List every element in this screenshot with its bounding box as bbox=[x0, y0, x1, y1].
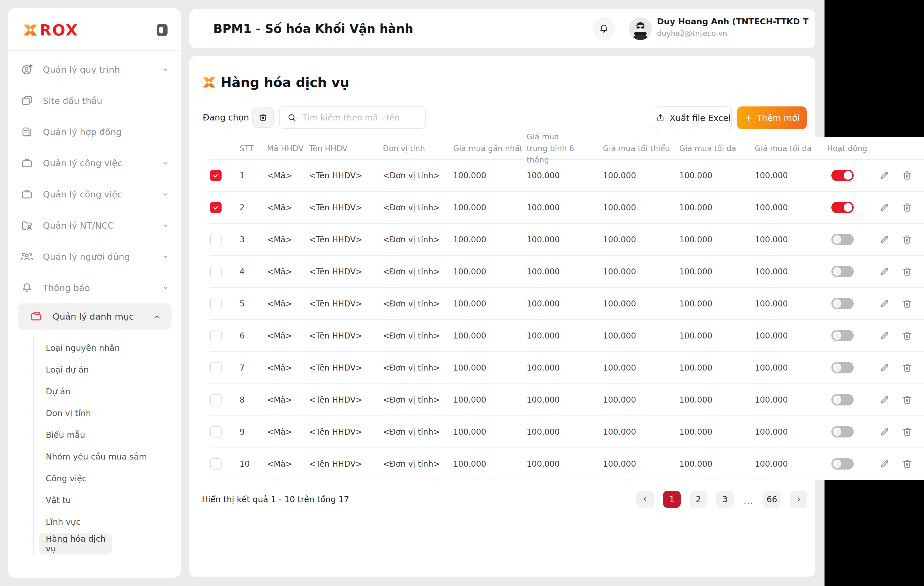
avatar[interactable] bbox=[629, 17, 652, 40]
sidebar-item-quan-ly-danh-muc[interactable]: Quản lý danh mục bbox=[18, 303, 172, 330]
bulk-delete-button[interactable] bbox=[252, 107, 274, 128]
active-toggle[interactable] bbox=[832, 362, 854, 373]
cell-stt: 6 bbox=[239, 320, 267, 351]
row-checkbox[interactable] bbox=[210, 330, 221, 341]
sidebar-item[interactable]: Quản lý công việc bbox=[8, 179, 181, 210]
delete-button[interactable] bbox=[901, 458, 913, 470]
add-new-button[interactable]: Thêm mới bbox=[737, 106, 807, 129]
cell-ten-hhdv: <Tên HHDV> bbox=[309, 416, 383, 447]
toggle-knob bbox=[844, 171, 852, 180]
cards-icon bbox=[21, 94, 33, 107]
delete-button[interactable] bbox=[901, 170, 913, 181]
row-checkbox[interactable] bbox=[210, 458, 221, 470]
search-input[interactable] bbox=[302, 113, 426, 123]
users-icon bbox=[21, 250, 33, 263]
chevron-down-icon bbox=[161, 283, 170, 292]
notifications-button[interactable] bbox=[592, 17, 615, 40]
sidebar-subitem[interactable]: Vật tư bbox=[8, 489, 181, 511]
edit-button[interactable] bbox=[879, 266, 890, 277]
sidebar-item[interactable]: Quản lý NT/NCC bbox=[8, 210, 181, 241]
page-button[interactable]: 66 bbox=[763, 491, 781, 508]
pagination-prev-button[interactable] bbox=[636, 491, 654, 508]
toggle-knob bbox=[833, 396, 842, 404]
sidebar-subitem[interactable]: Công việc bbox=[8, 468, 181, 489]
cell-don-vi-tinh: <Đơn vị tính> bbox=[383, 160, 453, 191]
sidebar-item[interactable]: Thông báo bbox=[8, 272, 181, 303]
row-checkbox[interactable] bbox=[210, 298, 221, 309]
edit-button[interactable] bbox=[879, 170, 890, 181]
delete-button[interactable] bbox=[901, 362, 913, 373]
pencil-icon bbox=[879, 234, 890, 245]
row-checkbox[interactable] bbox=[210, 362, 221, 373]
edit-button[interactable] bbox=[879, 202, 890, 213]
sidebar-item[interactable]: Quản lý hợp đồng bbox=[8, 116, 181, 147]
sidebar-item-label: Site đấu thầu bbox=[43, 96, 161, 106]
table-header-row: STTMã HHDVTên HHDVĐơn vị tínhGiá mua gần… bbox=[210, 131, 924, 160]
edit-button[interactable] bbox=[879, 394, 890, 406]
edit-button[interactable] bbox=[879, 458, 890, 470]
sidebar-subitem[interactable]: Đơn vị tính bbox=[8, 402, 181, 424]
table-row: 3 <Mã> <Tên HHDV> <Đơn vị tính> 100.000 … bbox=[210, 224, 924, 256]
sidebar-subitem-label: Vật tư bbox=[46, 495, 71, 505]
folder-icon bbox=[30, 310, 43, 323]
active-toggle[interactable] bbox=[832, 298, 854, 309]
sidebar-subitem[interactable]: Biểu mẫu bbox=[8, 424, 181, 446]
cell-gia-mua-toi-thieu: 100.000 bbox=[603, 256, 679, 287]
sidebar-collapse-icon bbox=[159, 26, 163, 33]
cell-gia-mua-toi-thieu: 100.000 bbox=[603, 384, 679, 415]
trash-icon bbox=[901, 362, 913, 373]
sidebar-item[interactable]: Site đấu thầu bbox=[8, 85, 181, 116]
edit-button[interactable] bbox=[879, 234, 890, 245]
sidebar-subitem[interactable]: Loại nguyên nhân bbox=[8, 337, 181, 359]
delete-button[interactable] bbox=[901, 202, 913, 213]
sidebar-subitem[interactable]: Nhóm yêu cầu mua sắm bbox=[8, 446, 181, 468]
active-toggle[interactable] bbox=[832, 234, 854, 245]
delete-button[interactable] bbox=[901, 234, 913, 245]
row-checkbox[interactable] bbox=[210, 234, 221, 245]
sidebar-item[interactable]: Quản lý công việc bbox=[8, 147, 181, 179]
row-checkbox[interactable] bbox=[210, 170, 221, 181]
export-excel-button[interactable]: Xuất file Excel bbox=[655, 106, 732, 129]
delete-button[interactable] bbox=[901, 298, 913, 309]
page-button-active[interactable]: 1 bbox=[663, 491, 681, 508]
row-checkbox[interactable] bbox=[210, 266, 221, 277]
folder-user-icon bbox=[21, 219, 33, 232]
edit-button[interactable] bbox=[879, 362, 890, 373]
cell-ten-hhdv: <Tên HHDV> bbox=[309, 160, 383, 191]
sidebar-subitem[interactable]: Lĩnh vực bbox=[8, 511, 181, 533]
cell-gia-mua-toi-thieu: 100.000 bbox=[603, 224, 679, 255]
edit-button[interactable] bbox=[879, 330, 890, 341]
sidebar-item[interactable]: Quản lý người dùng bbox=[8, 241, 181, 272]
active-toggle[interactable] bbox=[832, 426, 854, 437]
toggle-knob bbox=[844, 203, 852, 212]
sidebar-subitem[interactable]: Dự án bbox=[8, 381, 181, 402]
active-toggle[interactable] bbox=[832, 394, 854, 406]
delete-button[interactable] bbox=[901, 266, 913, 277]
pagination-next-button[interactable] bbox=[790, 491, 807, 508]
row-checkbox[interactable] bbox=[210, 394, 221, 406]
cell-gia-mua-toi-thieu: 100.000 bbox=[603, 352, 679, 383]
delete-button[interactable] bbox=[901, 330, 913, 341]
sidebar-item[interactable]: Quản lý quy trình bbox=[8, 54, 181, 85]
active-toggle[interactable] bbox=[832, 330, 854, 341]
row-checkbox[interactable] bbox=[210, 426, 221, 437]
table-row: 8 <Mã> <Tên HHDV> <Đơn vị tính> 100.000 … bbox=[210, 384, 924, 416]
chevron-down-icon bbox=[161, 190, 170, 199]
cell-gia-mua-toi-da-2: 100.000 bbox=[755, 320, 827, 351]
sidebar-submenu: Loại nguyên nhânLoại dự ánDự ánĐơn vị tí… bbox=[8, 337, 181, 533]
page-button[interactable]: 3 bbox=[716, 491, 734, 508]
delete-button[interactable] bbox=[901, 394, 913, 406]
row-checkbox[interactable] bbox=[210, 202, 221, 213]
page-button[interactable]: 2 bbox=[690, 491, 707, 508]
edit-button[interactable] bbox=[879, 426, 890, 437]
active-toggle[interactable] bbox=[832, 202, 854, 213]
table-row: 4 <Mã> <Tên HHDV> <Đơn vị tính> 100.000 … bbox=[210, 256, 924, 288]
active-toggle[interactable] bbox=[832, 170, 854, 181]
edit-button[interactable] bbox=[879, 298, 890, 309]
sidebar-collapse-button[interactable] bbox=[157, 24, 168, 36]
active-toggle[interactable] bbox=[832, 458, 854, 470]
delete-button[interactable] bbox=[901, 426, 913, 437]
active-toggle[interactable] bbox=[832, 266, 854, 277]
sidebar-subitem[interactable]: Loại dự án bbox=[8, 359, 181, 381]
sidebar-subitem-hang-hoa-dich-vu[interactable]: Hàng hóa dịch vụ bbox=[39, 533, 112, 555]
